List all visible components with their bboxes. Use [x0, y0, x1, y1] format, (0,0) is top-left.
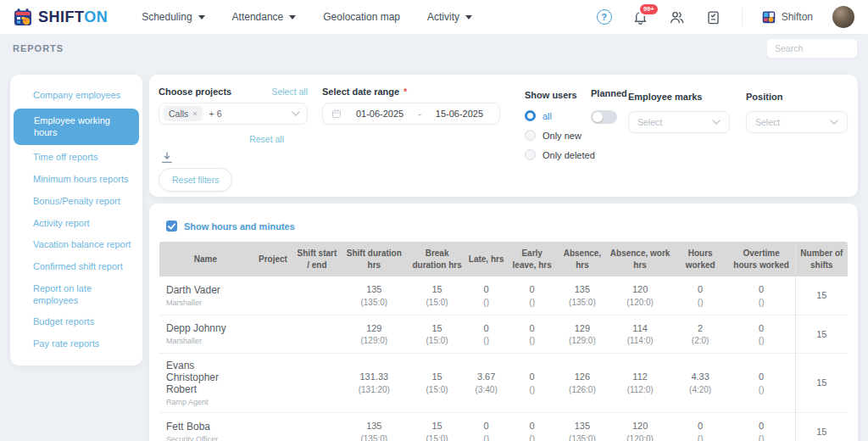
column-header: Number of shifts	[795, 242, 848, 276]
column-header: Absence, work hrs	[608, 242, 673, 276]
value-cell: 0()	[728, 413, 796, 441]
projects-multiselect[interactable]: Calls × + 6	[159, 103, 308, 125]
download-button[interactable]	[160, 151, 174, 165]
sidebar-item[interactable]: Company employees	[13, 85, 140, 107]
empty-cell	[294, 413, 340, 441]
column-header: Absence, hrs	[557, 242, 607, 276]
help-icon: ?	[597, 9, 612, 25]
sidebar-item-label: Vacation balance report	[33, 239, 131, 249]
sidebar-item-label: Company employees	[33, 90, 120, 100]
radio-icon	[525, 149, 536, 160]
company-selector[interactable]: Shifton	[762, 10, 813, 24]
show-hours-label: Show hours and minutes	[184, 221, 295, 232]
employee-position: Security Officer	[166, 435, 249, 441]
sidebar-item-label: Bonus/Penalty report	[33, 196, 120, 206]
notification-badge: 99+	[638, 3, 659, 16]
planned-label: Planned	[591, 88, 627, 98]
sidebar-item-label: Report on late employees	[33, 283, 92, 305]
help-button[interactable]: ?	[596, 8, 613, 25]
empty-cell	[252, 315, 294, 354]
notifications-button[interactable]: 99+	[632, 8, 649, 25]
employee-name: Depp Johnny	[166, 322, 249, 334]
value-cell: 15(15:0)	[409, 315, 465, 354]
column-header: Hours worked	[673, 242, 728, 276]
show-users-label: Show users	[525, 90, 577, 100]
value-cell: 15	[795, 413, 848, 441]
menu-activity[interactable]: Activity	[427, 11, 472, 23]
value-cell: 0()	[507, 276, 557, 315]
tasks-button[interactable]	[705, 8, 722, 25]
value-cell: 0()	[728, 276, 796, 315]
employees-button[interactable]	[669, 8, 686, 25]
calendar-logo-icon	[14, 8, 32, 26]
date-to[interactable]: 15-06-2025	[428, 109, 491, 119]
value-cell: 0()	[673, 413, 728, 441]
column-header: Late, hrs	[465, 242, 507, 276]
navbar-actions: ? 99+ Shifton	[596, 6, 854, 28]
sidebar-item[interactable]: Vacation balance report	[13, 234, 140, 256]
value-cell: 15(15:0)	[409, 354, 465, 413]
value-cell: 129(129:0)	[557, 315, 607, 354]
value-cell: 0()	[728, 354, 796, 413]
sidebar-item[interactable]: Report on late employees	[13, 278, 140, 312]
value-cell: 0()	[728, 315, 796, 354]
more-count: + 6	[209, 109, 222, 119]
employee-position: Marshaller	[166, 299, 249, 307]
menu-attendance[interactable]: Attendance	[232, 11, 297, 23]
column-header: Break duration hrs	[409, 242, 465, 276]
required-asterisk: *	[403, 87, 407, 97]
value-cell: 120(120:0)	[608, 413, 673, 441]
sidebar-item[interactable]: Employee working hours	[14, 109, 139, 146]
radio-only-deleted[interactable]: Only deleted	[525, 149, 595, 160]
employee-marks-select[interactable]: Select	[628, 111, 730, 133]
employee-marks-label: Employee marks	[628, 92, 702, 102]
sidebar-item[interactable]: Confirmed shift report	[13, 256, 140, 278]
employee-name: Darth Vader	[166, 284, 249, 296]
radio-icon	[525, 130, 536, 141]
sidebar-item[interactable]: Activity report	[13, 213, 140, 235]
reports-sidebar: Company employeesEmployee working hoursT…	[10, 75, 142, 366]
brand-logo[interactable]: SHIFTON	[14, 8, 108, 26]
close-icon[interactable]: ×	[192, 109, 197, 118]
table-row: Depp JohnnyMarshaller129(129:0)15(15:0)0…	[159, 315, 848, 354]
date-from[interactable]: 01-06-2025	[348, 109, 411, 119]
position-select[interactable]: Select	[746, 111, 848, 133]
sidebar-item[interactable]: Budget reports	[13, 311, 140, 333]
value-cell: 2(2:0)	[673, 315, 728, 354]
value-cell: 0()	[507, 413, 557, 441]
value-cell: 126(126:0)	[557, 354, 607, 413]
show-users-filter: Show users all Only new Only deleted	[525, 87, 595, 160]
employee-cell: Darth VaderMarshaller	[159, 276, 252, 315]
top-navbar: SHIFTON Scheduling Attendance Geolocatio…	[0, 0, 868, 35]
value-cell: 0()	[673, 276, 728, 315]
sidebar-item[interactable]: Time off reports	[13, 147, 140, 169]
select-all-link[interactable]: Select all	[271, 87, 308, 97]
date-range-input[interactable]: 01-06-2025 - 15-06-2025	[322, 103, 500, 125]
search-input[interactable]	[766, 38, 858, 59]
menu-scheduling[interactable]: Scheduling	[142, 11, 204, 23]
sidebar-item[interactable]: Pay rate reports	[13, 333, 140, 355]
value-cell: 15	[795, 276, 848, 315]
value-cell: 0()	[465, 413, 507, 441]
chevron-down-icon	[289, 15, 296, 20]
download-icon	[160, 151, 174, 165]
value-cell: 0()	[507, 315, 557, 354]
user-avatar[interactable]	[832, 6, 854, 28]
sidebar-item[interactable]: Minimum hours reports	[13, 169, 140, 191]
value-cell: 120(120:0)	[608, 276, 673, 315]
sidebar-item[interactable]: Bonus/Penalty report	[13, 191, 140, 213]
radio-all[interactable]: all	[525, 110, 595, 121]
value-cell: 131.33(131:20)	[340, 354, 409, 413]
radio-only-new[interactable]: Only new	[525, 130, 595, 141]
employee-name: Fett Boba	[166, 421, 249, 433]
employee-position: Marshaller	[166, 337, 249, 345]
column-header: Shift duration hrs	[340, 242, 409, 276]
column-header: Project	[252, 242, 294, 276]
menu-geolocation-map[interactable]: Geolocation map	[323, 11, 400, 23]
reset-all-link[interactable]: Reset all	[159, 134, 308, 144]
planned-toggle[interactable]	[591, 110, 617, 124]
reset-filters-button[interactable]: Reset filters	[159, 168, 232, 192]
value-cell: 135(135:0)	[340, 413, 409, 441]
employee-cell: Depp JohnnyMarshaller	[159, 315, 252, 354]
show-hours-checkbox[interactable]: Show hours and minutes	[166, 220, 848, 232]
